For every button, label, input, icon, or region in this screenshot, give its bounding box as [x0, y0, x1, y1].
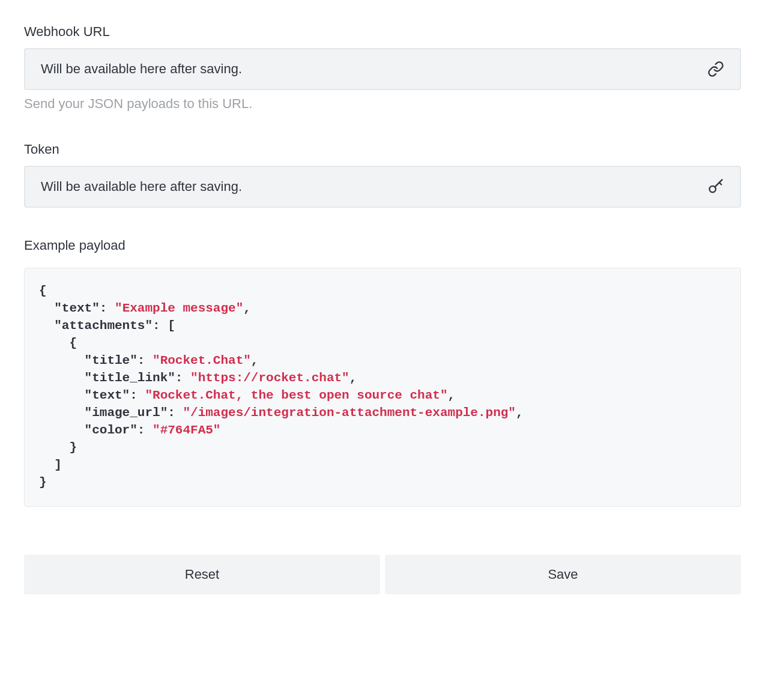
token-label: Token [24, 142, 741, 157]
save-button[interactable]: Save [385, 555, 741, 594]
example-payload-code: { "text": "Example message", "attachment… [24, 268, 741, 507]
key-icon [707, 178, 724, 195]
webhook-url-help: Send your JSON payloads to this URL. [24, 96, 741, 112]
webhook-url-label: Webhook URL [24, 24, 741, 40]
example-payload-field: Example payload { "text": "Example messa… [24, 238, 741, 507]
button-row: Reset Save [24, 555, 741, 594]
webhook-url-box: Will be available here after saving. [24, 48, 741, 90]
reset-button[interactable]: Reset [24, 555, 380, 594]
token-value: Will be available here after saving. [41, 179, 700, 195]
webhook-url-value: Will be available here after saving. [41, 61, 700, 77]
link-icon [707, 61, 724, 77]
token-box: Will be available here after saving. [24, 166, 741, 208]
example-payload-label: Example payload [24, 238, 741, 253]
token-field: Token Will be available here after savin… [24, 142, 741, 208]
webhook-url-field: Webhook URL Will be available here after… [24, 24, 741, 112]
